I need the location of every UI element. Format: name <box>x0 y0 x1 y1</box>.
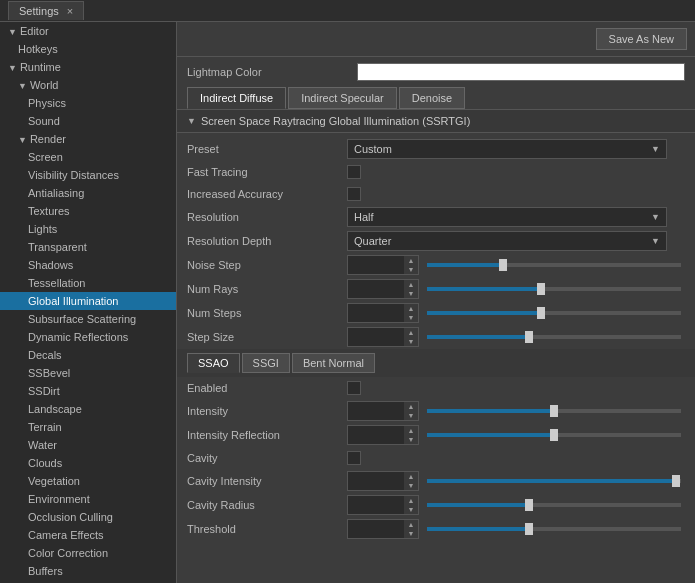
sidebar-item-environment[interactable]: Environment <box>0 490 176 508</box>
sidebar-item-ssbevel[interactable]: SSBevel <box>0 364 176 382</box>
noise-step-down-arrow[interactable]: ▼ <box>404 265 418 274</box>
num-steps-up-arrow[interactable]: ▲ <box>404 304 418 313</box>
sidebar-item-camera-effects[interactable]: Camera Effects <box>0 526 176 544</box>
sidebar-item-tessellation[interactable]: Tessellation <box>0 274 176 292</box>
lightmap-color-input[interactable] <box>357 63 685 81</box>
sidebar-item-decals[interactable]: Decals <box>0 346 176 364</box>
noise-step-slider-track <box>427 263 503 267</box>
preset-dropdown[interactable]: Custom ▼ <box>347 139 667 159</box>
sidebar-item-water[interactable]: Water <box>0 436 176 454</box>
resolution-dropdown[interactable]: Half ▼ <box>347 207 667 227</box>
step-size-down-arrow[interactable]: ▼ <box>404 337 418 346</box>
section-arrow-icon: ▼ <box>187 116 196 126</box>
ssao-int-ref-up-arrow[interactable]: ▲ <box>404 426 418 435</box>
increased-accuracy-checkbox[interactable] <box>347 187 361 201</box>
sidebar-item-color-correction[interactable]: Color Correction <box>0 544 176 562</box>
sidebar-item-label: Clouds <box>28 457 62 469</box>
sidebar-item-screen[interactable]: Screen <box>0 148 176 166</box>
ssao-threshold-slider-thumb <box>525 523 533 535</box>
sidebar-item-transparent[interactable]: Transparent <box>0 238 176 256</box>
num-rays-slider[interactable] <box>427 287 681 291</box>
sidebar-item-physics[interactable]: Physics <box>0 94 176 112</box>
ssao-cavity-intensity-slider[interactable] <box>427 479 681 483</box>
ssao-intensity-reflection-slider[interactable] <box>427 433 681 437</box>
ssao-cav-int-up-arrow[interactable]: ▲ <box>404 472 418 481</box>
main-tab-indirect-specular[interactable]: Indirect Specular <box>288 87 397 109</box>
num-steps-slider[interactable] <box>427 311 681 315</box>
sub-tab-bar: SSAOSSGIBent Normal <box>177 349 695 377</box>
ssao-threshold-up-arrow[interactable]: ▲ <box>404 520 418 529</box>
ssao-cavity-value <box>347 451 685 465</box>
sidebar-item-editor[interactable]: ▼Editor <box>0 22 176 40</box>
noise-step-slider[interactable] <box>427 263 681 267</box>
num-rays-up-arrow[interactable]: ▲ <box>404 280 418 289</box>
save-as-new-button[interactable]: Save As New <box>596 28 687 50</box>
sidebar-item-label: Textures <box>28 205 70 217</box>
noise-step-row: Noise Step 0.50000 ▲ ▼ <box>177 253 695 277</box>
sidebar-item-ssdirt[interactable]: SSDirt <box>0 382 176 400</box>
sidebar-item-render[interactable]: ▼Render <box>0 130 176 148</box>
ssao-threshold-arrows: ▲ ▼ <box>404 520 418 538</box>
ssao-cav-rad-up-arrow[interactable]: ▲ <box>404 496 418 505</box>
sidebar-item-subsurface-scattering[interactable]: Subsurface Scattering <box>0 310 176 328</box>
preset-dropdown-value: Custom <box>354 143 392 155</box>
ssao-cavity-intensity-row: Cavity Intensity 1.00000 ▲ ▼ <box>177 469 695 493</box>
sidebar-item-landscape[interactable]: Landscape <box>0 400 176 418</box>
num-steps-down-arrow[interactable]: ▼ <box>404 313 418 322</box>
close-icon[interactable]: × <box>67 5 73 17</box>
ssao-cavity-radius-slider[interactable] <box>427 503 681 507</box>
ssao-enabled-checkbox[interactable] <box>347 381 361 395</box>
main-tab-indirect-diffuse[interactable]: Indirect Diffuse <box>187 87 286 109</box>
sidebar-item-terrain[interactable]: Terrain <box>0 418 176 436</box>
sub-tab-ssgi[interactable]: SSGI <box>242 353 290 373</box>
sidebar-item-global-illumination[interactable]: Global Illumination <box>0 292 176 310</box>
ssao-intensity-slider-wrap <box>423 409 685 413</box>
sidebar-item-label: SSDirt <box>28 385 60 397</box>
ssao-cav-rad-down-arrow[interactable]: ▼ <box>404 505 418 514</box>
sidebar-item-label: Editor <box>20 25 49 37</box>
sub-tab-bent-normal[interactable]: Bent Normal <box>292 353 375 373</box>
sidebar-item-sound[interactable]: Sound <box>0 112 176 130</box>
num-rays-down-arrow[interactable]: ▼ <box>404 289 418 298</box>
ssao-intensity-slider[interactable] <box>427 409 681 413</box>
step-size-slider[interactable] <box>427 335 681 339</box>
sidebar-item-runtime[interactable]: ▼Runtime <box>0 58 176 76</box>
ssao-int-ref-down-arrow[interactable]: ▼ <box>404 435 418 444</box>
ssao-intensity-up-arrow[interactable]: ▲ <box>404 402 418 411</box>
sidebar-item-shadows[interactable]: Shadows <box>0 256 176 274</box>
ssao-threshold-down-arrow[interactable]: ▼ <box>404 529 418 538</box>
ssao-cav-int-down-arrow[interactable]: ▼ <box>404 481 418 490</box>
sidebar-item-clouds[interactable]: Clouds <box>0 454 176 472</box>
sidebar-item-buffers[interactable]: Buffers <box>0 562 176 580</box>
sub-tab-ssao[interactable]: SSAO <box>187 353 240 373</box>
sidebar-item-label: World <box>30 79 59 91</box>
settings-tab[interactable]: Settings × <box>8 1 84 20</box>
properties-panel: Preset Custom ▼ Fast Tracing Increased A… <box>177 133 695 583</box>
sidebar-item-vegetation[interactable]: Vegetation <box>0 472 176 490</box>
ssao-intensity-arrows: ▲ ▼ <box>404 402 418 420</box>
ssao-intensity-input-wrap: 1.00000 ▲ ▼ <box>347 401 419 421</box>
noise-step-slider-thumb <box>499 259 507 271</box>
expand-arrow-icon: ▼ <box>18 135 27 145</box>
sidebar-item-world[interactable]: ▼World <box>0 76 176 94</box>
main-tab-denoise[interactable]: Denoise <box>399 87 465 109</box>
sidebar-item-occlusion-culling[interactable]: Occlusion Culling <box>0 508 176 526</box>
ssao-cavity-radius-slider-thumb <box>525 499 533 511</box>
sidebar-item-textures[interactable]: Textures <box>0 202 176 220</box>
sidebar-item-hotkeys[interactable]: Hotkeys <box>0 40 176 58</box>
sidebar-item-visibility-distances[interactable]: Visibility Distances <box>0 166 176 184</box>
ssao-cavity-intensity-input-wrap: 1.00000 ▲ ▼ <box>347 471 419 491</box>
ssao-cavity-checkbox[interactable] <box>347 451 361 465</box>
step-size-up-arrow[interactable]: ▲ <box>404 328 418 337</box>
fast-tracing-checkbox[interactable] <box>347 165 361 179</box>
lightmap-label: Lightmap Color <box>187 66 347 78</box>
sidebar-item-lights[interactable]: Lights <box>0 220 176 238</box>
ssao-intensity-down-arrow[interactable]: ▼ <box>404 411 418 420</box>
resolution-depth-dropdown[interactable]: Quarter ▼ <box>347 231 667 251</box>
step-size-slider-wrap <box>423 335 685 339</box>
fast-tracing-label: Fast Tracing <box>187 166 347 178</box>
sidebar-item-dynamic-reflections[interactable]: Dynamic Reflections <box>0 328 176 346</box>
ssao-threshold-slider[interactable] <box>427 527 681 531</box>
sidebar-item-antialiasing[interactable]: Antialiasing <box>0 184 176 202</box>
noise-step-up-arrow[interactable]: ▲ <box>404 256 418 265</box>
